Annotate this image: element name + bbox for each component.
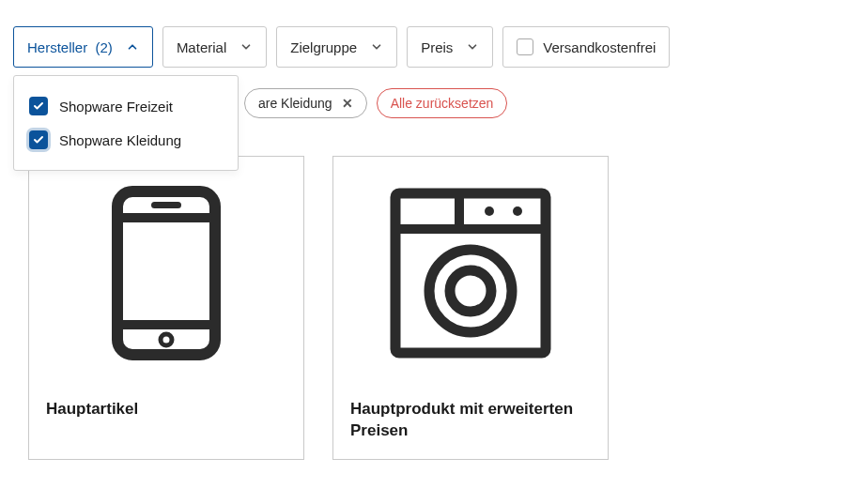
svg-point-8 — [485, 206, 494, 216]
filter-preis[interactable]: Preis — [407, 26, 493, 68]
chevron-down-icon — [239, 40, 253, 53]
product-card[interactable]: Hauptartikel — [28, 156, 304, 460]
chevron-down-icon — [466, 40, 479, 53]
filter-label: Material — [177, 39, 226, 55]
checkbox-checked-icon — [29, 97, 48, 115]
svg-point-10 — [429, 250, 512, 332]
filter-label: Preis — [421, 39, 453, 55]
phone-icon — [110, 184, 223, 362]
dropdown-item-label: Shopware Freizeit — [59, 99, 173, 115]
filter-material[interactable]: Material — [162, 26, 267, 68]
checkbox-unchecked-icon — [517, 38, 533, 55]
filter-zielgruppe[interactable]: Zielgruppe — [276, 26, 397, 68]
checkbox-checked-icon — [29, 130, 48, 149]
svg-point-9 — [513, 206, 522, 216]
filter-versandkostenfrei[interactable]: Versandkostenfrei — [502, 26, 670, 68]
filter-label: Hersteller (2) — [27, 39, 113, 55]
filter-hersteller[interactable]: Hersteller (2) — [13, 26, 153, 68]
filter-tag-kleidung: are Kleidung ✕ — [244, 88, 367, 118]
product-title: Hauptprodukt mit erweiterten Preisen — [350, 399, 591, 442]
active-filter-tags: are Kleidung ✕ Alle zurücksetzen — [244, 88, 852, 118]
dropdown-item-freizeit[interactable]: Shopware Freizeit — [29, 89, 223, 123]
svg-rect-3 — [151, 202, 181, 208]
product-image — [46, 179, 286, 367]
filters-row: Hersteller (2) Shopware Freizeit Shopwar… — [13, 26, 852, 68]
filter-label: Versandkostenfrei — [543, 39, 656, 55]
svg-point-4 — [161, 334, 172, 345]
filter-label: Zielgruppe — [290, 39, 357, 55]
reset-label: Alle zurücksetzen — [391, 96, 494, 111]
chevron-down-icon — [370, 40, 383, 53]
dropdown-item-label: Shopware Kleidung — [59, 132, 181, 148]
tag-label: are Kleidung — [258, 96, 332, 111]
product-image — [350, 179, 591, 367]
product-card[interactable]: Hauptprodukt mit erweiterten Preisen — [332, 156, 609, 460]
reset-filters-button[interactable]: Alle zurücksetzen — [377, 88, 508, 118]
washing-machine-icon — [386, 184, 555, 362]
filter-hersteller-wrapper: Hersteller (2) Shopware Freizeit Shopwar… — [13, 26, 153, 68]
chevron-up-icon — [126, 40, 139, 53]
dropdown-item-kleidung[interactable]: Shopware Kleidung — [29, 123, 223, 157]
svg-point-11 — [450, 270, 491, 312]
hersteller-dropdown: Shopware Freizeit Shopware Kleidung — [13, 75, 239, 171]
product-title: Hauptartikel — [46, 399, 286, 420]
product-grid: Hauptartikel Hauptprodukt mit erweiterte… — [13, 156, 852, 460]
close-icon[interactable]: ✕ — [342, 97, 353, 110]
